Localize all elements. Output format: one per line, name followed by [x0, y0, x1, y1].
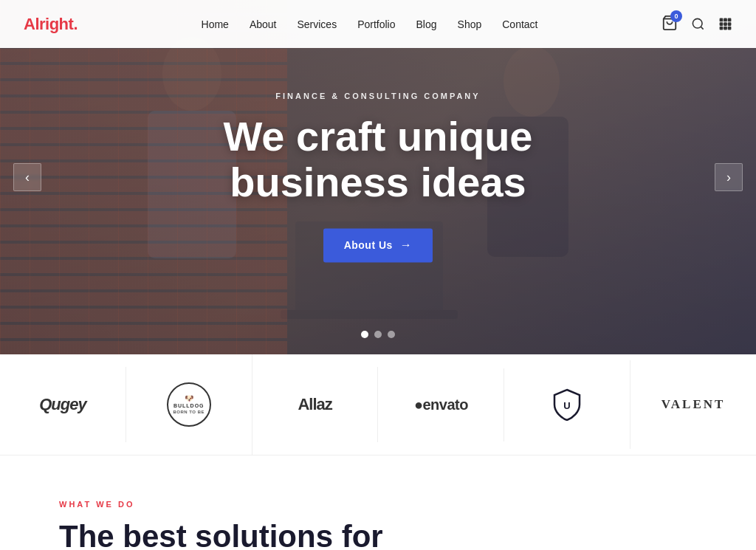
bulldog-logo: 🐶 BULLDOG BORN TO BE	[167, 382, 211, 427]
svg-rect-4	[724, 18, 726, 21]
nav-about[interactable]: About	[250, 18, 277, 30]
logo-allaz: Allaz	[252, 367, 379, 442]
hero-dots	[361, 331, 395, 338]
hero-section: Finance & Consulting Company We craft un…	[0, 0, 756, 354]
logo-bulldog: 🐶 BULLDOG BORN TO BE	[126, 354, 252, 455]
svg-rect-5	[728, 18, 730, 21]
nav-home[interactable]: Home	[202, 18, 229, 30]
nav-menu: Home About Services Portfolio Blog Shop …	[202, 18, 538, 31]
search-button[interactable]	[691, 17, 705, 31]
svg-line-2	[701, 27, 703, 29]
hero-cta-button[interactable]: About Us →	[323, 229, 433, 263]
svg-rect-3	[720, 18, 722, 21]
svg-point-1	[693, 18, 702, 28]
nav-blog[interactable]: Blog	[416, 18, 437, 30]
nav-portfolio[interactable]: Portfolio	[357, 18, 395, 30]
svg-rect-7	[724, 23, 726, 25]
svg-text:U: U	[564, 400, 571, 411]
hero-prev-button[interactable]: ‹	[13, 163, 41, 191]
hero-title: We craft unique business ideas	[157, 114, 599, 204]
hero-title-line1: We craft unique	[223, 113, 532, 159]
dot-3[interactable]	[388, 331, 395, 338]
what-we-do-section: What We Do The best solutions for	[0, 456, 756, 550]
logo-text: Alright	[24, 15, 73, 33]
prev-icon: ‹	[25, 170, 30, 185]
dot-2[interactable]	[374, 331, 382, 338]
nav-services[interactable]: Services	[297, 18, 337, 30]
logo-valent: VALENT	[630, 369, 756, 440]
logo-accent: .	[73, 15, 78, 33]
grid-menu-button[interactable]	[718, 17, 732, 31]
svg-rect-11	[728, 27, 730, 29]
navigation: Alright. Home About Services Portfolio B…	[0, 0, 756, 48]
next-icon: ›	[726, 170, 731, 185]
qugey-logo: Qugey	[39, 395, 86, 414]
hero-content: Finance & Consulting Company We craft un…	[157, 92, 599, 262]
site-logo[interactable]: Alright.	[24, 15, 78, 34]
logo-shield: U	[504, 360, 630, 449]
shield-logo: U	[551, 388, 583, 421]
nav-actions: 0	[662, 15, 732, 34]
valent-logo: VALENT	[662, 397, 726, 412]
logo-envato: ●envato	[378, 368, 504, 441]
hero-subtitle: Finance & Consulting Company	[157, 92, 599, 100]
nav-contact[interactable]: Contact	[502, 18, 537, 30]
envato-logo: ●envato	[414, 396, 468, 413]
section-tag: What We Do	[59, 500, 697, 509]
hero-cta-label: About Us	[344, 240, 393, 252]
svg-rect-6	[720, 23, 722, 25]
allaz-logo: Allaz	[298, 395, 331, 414]
svg-rect-10	[724, 27, 726, 29]
svg-rect-8	[728, 23, 730, 25]
svg-rect-9	[720, 27, 722, 29]
nav-shop[interactable]: Shop	[458, 18, 482, 30]
arrow-icon: →	[400, 239, 413, 252]
hero-next-button[interactable]: ›	[715, 163, 743, 191]
cart-count: 0	[670, 10, 682, 22]
logo-qugey: Qugey	[0, 367, 126, 442]
dot-1[interactable]	[361, 331, 368, 338]
logos-strip: Qugey 🐶 BULLDOG BORN TO BE Allaz ●envato…	[0, 354, 756, 456]
cart-button[interactable]: 0	[662, 15, 678, 34]
hero-title-line2: business ideas	[230, 159, 526, 205]
section-title: The best solutions for	[59, 519, 697, 550]
